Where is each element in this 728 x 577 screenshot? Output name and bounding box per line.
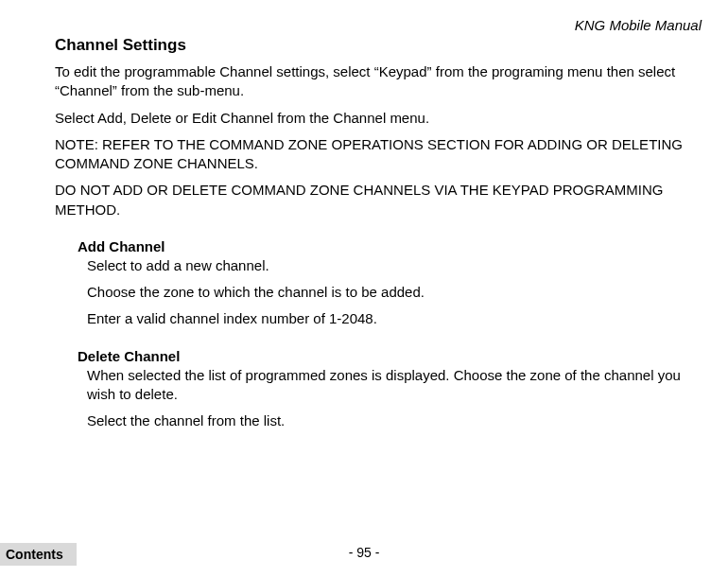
section-heading-channel-settings: Channel Settings [55, 36, 702, 55]
paragraph: Enter a valid channel index number of 1-… [87, 309, 702, 328]
paragraph: To edit the programmable Channel setting… [55, 62, 702, 101]
paragraph: Choose the zone to which the channel is … [87, 283, 702, 302]
subsection-heading-add-channel: Add Channel [78, 238, 702, 254]
paragraph: When selected the list of programmed zon… [87, 366, 702, 405]
paragraph-note: NOTE: REFER TO THE COMMAND ZONE OPERATIO… [55, 135, 702, 174]
subsection-add-channel: Add Channel Select to add a new channel.… [78, 238, 702, 329]
document-title: KNG Mobile Manual [575, 17, 702, 33]
contents-button[interactable]: Contents [0, 543, 77, 566]
subsection-delete-channel: Delete Channel When selected the list of… [78, 348, 702, 431]
paragraph-warning: DO NOT ADD OR DELETE COMMAND ZONE CHANNE… [55, 181, 702, 219]
page-content: Channel Settings To edit the programmabl… [55, 36, 702, 438]
subsection-heading-delete-channel: Delete Channel [78, 348, 702, 364]
page-number: - 95 - [0, 545, 728, 560]
paragraph: Select the channel from the list. [87, 411, 702, 430]
paragraph: Select to add a new channel. [87, 256, 702, 275]
paragraph: Select Add, Delete or Edit Channel from … [55, 109, 702, 128]
